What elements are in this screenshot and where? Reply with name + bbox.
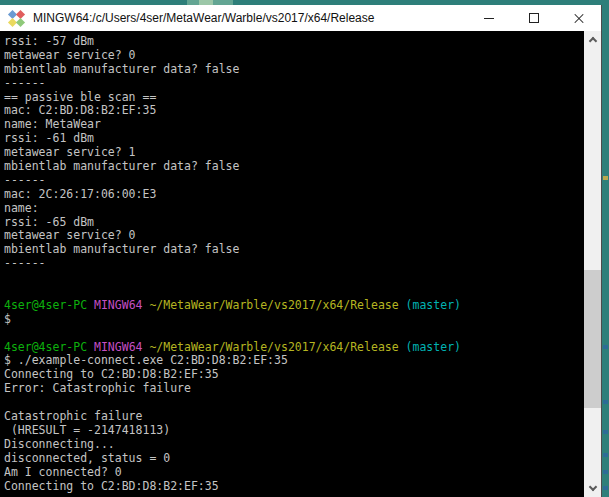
close-button[interactable] bbox=[556, 5, 601, 31]
terminal-line: $ ./example-connect.exe C2:BD:D8:B2:EF:3… bbox=[4, 354, 584, 368]
terminal-line bbox=[4, 396, 584, 410]
minimize-button[interactable] bbox=[466, 5, 511, 31]
scrollbar-thumb[interactable] bbox=[584, 270, 601, 408]
terminal-text-segment: mac: C2:BD:D8:B2:EF:35 bbox=[4, 103, 156, 117]
terminal-line: mbientlab manufacturer data? false bbox=[4, 63, 584, 77]
terminal-text-segment: ~/MetaWear/Warble/vs2017/x64/Release bbox=[149, 298, 405, 312]
terminal-line: mac: 2C:26:17:06:00:E3 bbox=[4, 188, 584, 202]
terminal-text-segment: disconnected, status = 0 bbox=[4, 451, 170, 465]
terminal-line: 4ser@4ser-PC MINGW64 ~/MetaWear/Warble/v… bbox=[4, 299, 584, 313]
desktop-speck bbox=[603, 400, 608, 404]
msys2-diamond-icon bbox=[9, 11, 24, 26]
terminal-text-segment: ------ bbox=[4, 173, 46, 187]
titlebar[interactable]: MINGW64:/c/Users/4ser/MetaWear/Warble/vs… bbox=[0, 5, 601, 31]
terminal-text-segment: rssi: -65 dBm bbox=[4, 215, 94, 229]
scrollbar[interactable] bbox=[584, 31, 601, 497]
terminal-text-segment: MINGW64 bbox=[94, 340, 149, 354]
terminal-text-segment: name: bbox=[4, 201, 39, 215]
minimize-icon bbox=[484, 18, 494, 19]
terminal-text-segment: Connecting to C2:BD:D8:B2:EF:35 bbox=[4, 479, 219, 493]
desktop-speck bbox=[603, 345, 608, 349]
desktop: { "window": { "title": "MINGW64:/c/Users… bbox=[0, 0, 609, 497]
terminal-window: MINGW64:/c/Users/4ser/MetaWear/Warble/vs… bbox=[0, 5, 602, 497]
desktop-speck bbox=[603, 430, 608, 434]
terminal-line: Connecting to C2:BD:D8:B2:EF:35 bbox=[4, 480, 584, 494]
terminal-line: ------ bbox=[4, 77, 584, 91]
terminal-line: name: bbox=[4, 202, 584, 216]
terminal-line: mac: C2:BD:D8:B2:EF:35 bbox=[4, 104, 584, 118]
terminal-line: 4ser@4ser-PC MINGW64 ~/MetaWear/Warble/v… bbox=[4, 341, 584, 355]
terminal-text-segment: 4ser@4ser-PC bbox=[4, 298, 94, 312]
terminal-output[interactable]: rssi: -57 dBmmetawear service? 0mbientla… bbox=[0, 31, 584, 497]
icon-diamond-green bbox=[16, 17, 25, 26]
close-icon bbox=[573, 12, 585, 24]
terminal-text-segment: MINGW64 bbox=[94, 298, 149, 312]
terminal-line: Am I connected? 0 bbox=[4, 466, 584, 480]
terminal-line: rssi: -65 dBm bbox=[4, 216, 584, 230]
terminal-line bbox=[4, 285, 584, 299]
terminal-text-segment: (HRESULT = -2147418113) bbox=[4, 423, 170, 437]
terminal-text-segment: (master) bbox=[406, 298, 461, 312]
terminal-line: $ bbox=[4, 313, 584, 327]
terminal-line: ------ bbox=[4, 257, 584, 271]
terminal-text-segment: Connecting to C2:BD:D8:B2:EF:35 bbox=[4, 367, 219, 381]
maximize-icon bbox=[529, 13, 539, 23]
terminal-text-segment: rssi: -61 dBm bbox=[4, 131, 94, 145]
terminal-text-segment: metawear service? 0 bbox=[4, 228, 136, 242]
window-controls bbox=[466, 5, 601, 31]
terminal-line: mbientlab manufacturer data? false bbox=[4, 243, 584, 257]
terminal-text-segment: $ bbox=[4, 312, 11, 326]
terminal-text-segment: metawear service? 1 bbox=[4, 145, 136, 159]
terminal-line: disconnected, status = 0 bbox=[4, 452, 584, 466]
terminal-line: == passive ble scan == bbox=[4, 91, 584, 105]
terminal-line: Connecting to C2:BD:D8:B2:EF:35 bbox=[4, 368, 584, 382]
terminal-text-segment: Catastrophic failure bbox=[4, 409, 142, 423]
terminal-text-segment: (master) bbox=[406, 340, 461, 354]
terminal-text-segment: mac: 2C:26:17:06:00:E3 bbox=[4, 187, 156, 201]
terminal-line bbox=[4, 271, 584, 285]
msys2-app-icon[interactable] bbox=[8, 10, 25, 27]
terminal-line bbox=[4, 327, 584, 341]
terminal-line: metawear service? 0 bbox=[4, 49, 584, 63]
terminal-line: Catastrophic failure bbox=[4, 410, 584, 424]
terminal-line: mbientlab manufacturer data? false bbox=[4, 160, 584, 174]
terminal-text-segment: ------ bbox=[4, 76, 46, 90]
terminal-line: name: MetaWear bbox=[4, 118, 584, 132]
chevron-down-icon bbox=[588, 483, 596, 491]
scroll-down-button[interactable] bbox=[584, 480, 601, 497]
window-title: MINGW64:/c/Users/4ser/MetaWear/Warble/vs… bbox=[33, 11, 374, 25]
terminal-text-segment: metawear service? 0 bbox=[4, 48, 136, 62]
terminal-text-segment: ------ bbox=[4, 256, 46, 270]
terminal-text-segment: mbientlab manufacturer data? false bbox=[4, 159, 239, 173]
terminal-text-segment: 4ser@4ser-PC bbox=[4, 340, 94, 354]
terminal-line: ------ bbox=[4, 174, 584, 188]
terminal-line: (HRESULT = -2147418113) bbox=[4, 424, 584, 438]
terminal-text-segment: name: MetaWear bbox=[4, 117, 101, 131]
chevron-up-icon bbox=[588, 37, 596, 45]
terminal-line: metawear service? 0 bbox=[4, 229, 584, 243]
terminal-text-segment: ~/MetaWear/Warble/vs2017/x64/Release bbox=[149, 340, 405, 354]
desktop-speck bbox=[603, 176, 608, 180]
scroll-up-button[interactable] bbox=[584, 31, 601, 48]
terminal-line: metawear service? 1 bbox=[4, 146, 584, 160]
terminal-text-segment: == passive ble scan == bbox=[4, 90, 156, 104]
terminal-line: Disconnecting... bbox=[4, 438, 584, 452]
terminal-line: rssi: -61 dBm bbox=[4, 132, 584, 146]
terminal-text-segment: Error: Catastrophic failure bbox=[4, 381, 191, 395]
desktop-speck bbox=[603, 470, 608, 474]
terminal-text-segment: mbientlab manufacturer data? false bbox=[4, 242, 239, 256]
maximize-button[interactable] bbox=[511, 5, 556, 31]
terminal-text-segment: rssi: -57 dBm bbox=[4, 34, 94, 48]
desktop-speck bbox=[603, 486, 608, 490]
desktop-speck bbox=[603, 453, 608, 457]
terminal-line: Error: Catastrophic failure bbox=[4, 382, 584, 396]
terminal-text-segment: Am I connected? 0 bbox=[4, 465, 122, 479]
terminal-text-segment: mbientlab manufacturer data? false bbox=[4, 62, 239, 76]
terminal-line: rssi: -57 dBm bbox=[4, 35, 584, 49]
terminal-text-segment: $ ./example-connect.exe C2:BD:D8:B2:EF:3… bbox=[4, 353, 288, 367]
terminal-text-segment: Disconnecting... bbox=[4, 437, 115, 451]
